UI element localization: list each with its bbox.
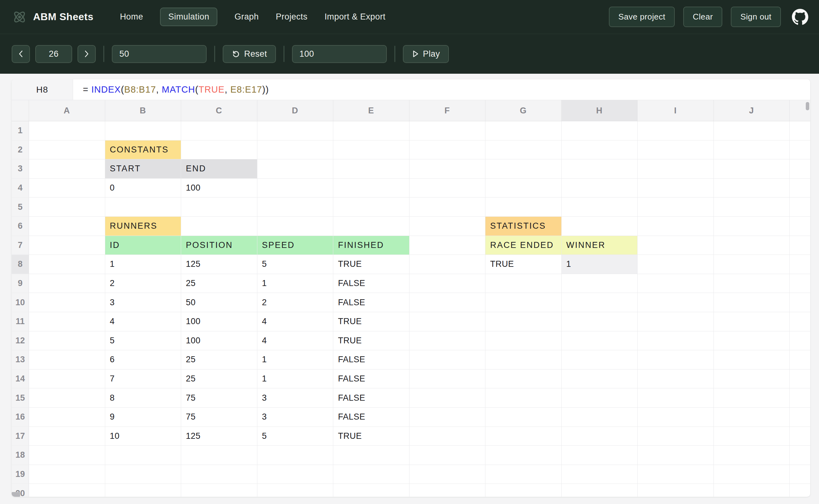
cell-B14[interactable]: 7 [105, 369, 181, 389]
cell-C2[interactable] [181, 140, 257, 160]
cell-E1[interactable] [333, 121, 409, 140]
cell-G18[interactable] [485, 446, 562, 465]
cell-J2[interactable] [714, 140, 790, 160]
cell-C9[interactable]: 25 [181, 274, 257, 293]
row-header-19[interactable]: 19 [12, 465, 29, 484]
cell-A20[interactable] [29, 484, 105, 497]
cell-I16[interactable] [638, 408, 714, 427]
cell-G9[interactable] [485, 274, 562, 293]
cell-H16[interactable] [562, 408, 638, 427]
cell-B11[interactable]: 4 [105, 312, 181, 331]
row-header-13[interactable]: 13 [12, 350, 29, 369]
cell-B1[interactable] [105, 121, 181, 140]
cell-A2[interactable] [29, 140, 105, 160]
cell-I12[interactable] [638, 331, 714, 351]
column-header-B[interactable]: B [105, 100, 181, 121]
cell-J16[interactable] [714, 408, 790, 427]
cell-D9[interactable]: 1 [257, 274, 334, 293]
cell-H17[interactable] [562, 427, 638, 446]
cell-I4[interactable] [638, 179, 714, 198]
cell-C20[interactable] [181, 484, 257, 497]
cell-G4[interactable] [485, 179, 562, 198]
cell-F5[interactable] [409, 198, 486, 217]
cell-G13[interactable] [485, 350, 562, 369]
cell-H8[interactable]: 1 [562, 255, 638, 274]
cell-A5[interactable] [29, 198, 105, 217]
cell-G11[interactable] [485, 312, 562, 331]
cell-C18[interactable] [181, 446, 257, 465]
cell-G12[interactable] [485, 331, 562, 351]
cell-J19[interactable] [714, 465, 790, 484]
cell-C15[interactable]: 75 [181, 388, 257, 408]
cell-G3[interactable] [485, 159, 562, 179]
cell-I6[interactable] [638, 217, 714, 236]
cell-D2[interactable] [257, 140, 334, 160]
cell-D11[interactable]: 4 [257, 312, 334, 331]
cell-D7[interactable]: SPEED [257, 236, 334, 255]
cell-H15[interactable] [562, 388, 638, 408]
cell-C17[interactable]: 125 [181, 427, 257, 446]
cell-D12[interactable]: 4 [257, 331, 334, 351]
reset-button[interactable]: Reset [223, 45, 276, 63]
cell-D8[interactable]: 5 [257, 255, 334, 274]
current-step-value[interactable]: 26 [35, 45, 72, 63]
cell-J8[interactable] [714, 255, 790, 274]
row-header-4[interactable]: 4 [12, 179, 29, 198]
cell-A18[interactable] [29, 446, 105, 465]
row-header-12[interactable]: 12 [12, 331, 29, 351]
cell-F3[interactable] [409, 159, 486, 179]
cell-C19[interactable] [181, 465, 257, 484]
row-header-2[interactable]: 2 [12, 140, 29, 160]
cell-H13[interactable] [562, 350, 638, 369]
cell-D10[interactable]: 2 [257, 293, 334, 312]
row-header-8[interactable]: 8 [12, 255, 29, 274]
cell-E15[interactable]: FALSE [333, 388, 409, 408]
cell-F20[interactable] [409, 484, 486, 497]
formula-input[interactable]: = INDEX(B8:B17, MATCH(TRUE, E8:E17)) [73, 79, 269, 100]
column-header-J[interactable]: J [714, 100, 790, 121]
vertical-scrollbar[interactable] [806, 102, 809, 110]
cell-A3[interactable] [29, 159, 105, 179]
cell-D3[interactable] [257, 159, 334, 179]
cell-E6[interactable] [333, 217, 409, 236]
cell-J4[interactable] [714, 179, 790, 198]
cell-I8[interactable] [638, 255, 714, 274]
cell-H1[interactable] [562, 121, 638, 140]
cell-I10[interactable] [638, 293, 714, 312]
row-header-5[interactable]: 5 [12, 198, 29, 217]
cell-H20[interactable] [562, 484, 638, 497]
cell-I15[interactable] [638, 388, 714, 408]
cell-A7[interactable] [29, 236, 105, 255]
column-header-F[interactable]: F [409, 100, 486, 121]
cell-H4[interactable] [562, 179, 638, 198]
cell-F1[interactable] [409, 121, 486, 140]
column-header-A[interactable]: A [29, 100, 105, 121]
column-header-I[interactable]: I [638, 100, 714, 121]
cell-F12[interactable] [409, 331, 486, 351]
cell-G10[interactable] [485, 293, 562, 312]
cell-E2[interactable] [333, 140, 409, 160]
cell-B10[interactable]: 3 [105, 293, 181, 312]
cell-D1[interactable] [257, 121, 334, 140]
cell-B17[interactable]: 10 [105, 427, 181, 446]
cell-H14[interactable] [562, 369, 638, 389]
row-header-11[interactable]: 11 [12, 312, 29, 331]
cell-J20[interactable] [714, 484, 790, 497]
cell-I3[interactable] [638, 159, 714, 179]
cell-F9[interactable] [409, 274, 486, 293]
row-header-10[interactable]: 10 [12, 293, 29, 312]
sign-out-button[interactable]: Sign out [731, 7, 781, 27]
row-header-9[interactable]: 9 [12, 274, 29, 293]
cell-I1[interactable] [638, 121, 714, 140]
cell-C4[interactable]: 100 [181, 179, 257, 198]
cell-H7[interactable]: WINNER [562, 236, 638, 255]
cell-F6[interactable] [409, 217, 486, 236]
nav-item-projects[interactable]: Projects [276, 8, 307, 26]
cell-E9[interactable]: FALSE [333, 274, 409, 293]
cell-A11[interactable] [29, 312, 105, 331]
horizontal-scrollbar[interactable] [12, 492, 20, 497]
cell-E4[interactable] [333, 179, 409, 198]
row-header-7[interactable]: 7 [12, 236, 29, 255]
cell-D6[interactable] [257, 217, 334, 236]
cell-F17[interactable] [409, 427, 486, 446]
